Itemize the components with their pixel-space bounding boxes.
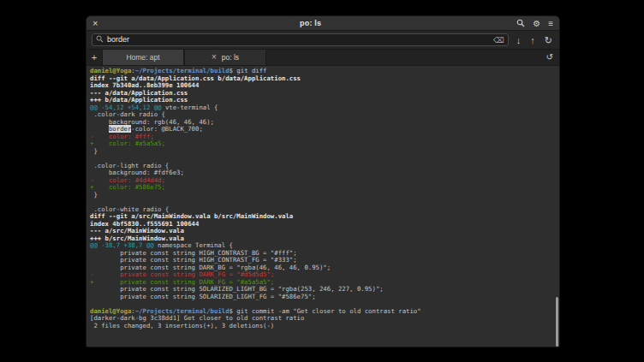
new-tab-button[interactable]: + bbox=[86, 50, 102, 65]
window-close-button[interactable]: × bbox=[92, 19, 104, 28]
tab-bar: + Home: apt × po: ls ↺ bbox=[86, 50, 559, 66]
tab-close-icon[interactable]: × bbox=[212, 53, 217, 62]
terminal-line: 2 files changed, 3 insertions(+), 3 dele… bbox=[90, 323, 559, 330]
terminal-line: } bbox=[90, 192, 559, 199]
terminal-output: daniel@Yoga:~/Projects/terminal/build$ g… bbox=[86, 66, 559, 329]
clear-search-icon[interactable]: ⌫ bbox=[493, 36, 504, 45]
terminal-line: + color: #586e75; bbox=[90, 184, 559, 192]
search-input[interactable]: border ⌫ bbox=[92, 33, 509, 46]
window-title: po: ls bbox=[104, 19, 516, 27]
menu-icon[interactable]: ≡ bbox=[548, 19, 553, 28]
search-cycle-button[interactable]: ↻ bbox=[543, 33, 554, 47]
titlebar-actions: ⚙ ≡ bbox=[516, 19, 553, 28]
terminal-line: border-color: @BLACK_700; bbox=[90, 126, 559, 134]
terminal-content[interactable]: daniel@Yoga:~/Projects/terminal/build$ g… bbox=[86, 66, 559, 347]
tab-label: Home: apt bbox=[126, 53, 159, 62]
search-input-value[interactable]: border bbox=[107, 34, 490, 45]
terminal-line: } bbox=[90, 148, 559, 156]
search-bar: border ⌫ ↓ ↑ ↻ bbox=[86, 31, 559, 50]
titlebar: × po: ls ⚙ ≡ bbox=[86, 16, 559, 31]
tab-label: po: ls bbox=[222, 53, 239, 62]
search-icon[interactable] bbox=[516, 19, 525, 27]
terminal-line: private const string SOLARIZED_LIGHT_FG … bbox=[90, 294, 559, 301]
tab-home-apt[interactable]: Home: apt bbox=[102, 50, 184, 65]
search-field-icon bbox=[96, 35, 104, 45]
terminal-window: × po: ls ⚙ ≡ border ⌫ ↓ ↑ ↻ + Home: apt … bbox=[86, 15, 560, 347]
search-next-button[interactable]: ↓ bbox=[515, 33, 523, 47]
scrollbar-thumb[interactable] bbox=[556, 297, 558, 347]
history-icon[interactable]: ↺ bbox=[540, 50, 559, 65]
tab-po-ls[interactable]: × po: ls bbox=[184, 50, 266, 65]
search-previous-button[interactable]: ↑ bbox=[528, 33, 537, 47]
terminal-line: + color: #a5a5a5; bbox=[90, 140, 559, 148]
gear-icon[interactable]: ⚙ bbox=[533, 19, 540, 28]
